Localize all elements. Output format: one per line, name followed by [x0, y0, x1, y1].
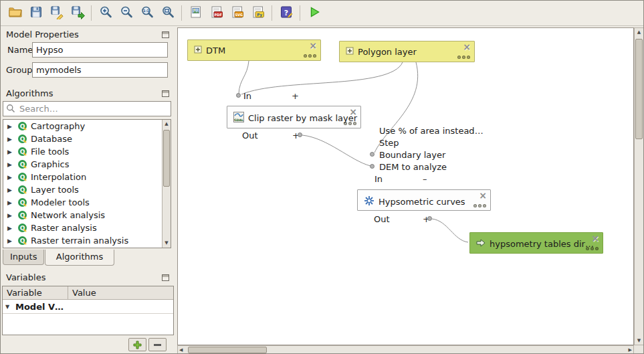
tree-scrollbar-thumb[interactable] — [163, 130, 170, 187]
socket-hypsometric-out[interactable] — [427, 216, 432, 221]
canvas-horizontal-scrollbar[interactable]: ◀ ▶ — [177, 345, 634, 354]
open-model-button[interactable] — [5, 3, 25, 23]
scroll-up-icon[interactable]: ▲ — [163, 120, 171, 128]
column-value[interactable]: Value — [68, 286, 96, 299]
socket-clip-out[interactable] — [298, 132, 302, 137]
run-icon — [307, 5, 322, 21]
provider-icon: Q — [17, 134, 27, 144]
socket-clip-in[interactable] — [236, 93, 241, 98]
algo-tree-item-database[interactable]: ▶QDatabase — [3, 132, 171, 145]
port-label-out: Out — [242, 130, 258, 141]
search-input[interactable] — [3, 101, 171, 116]
algo-tree-item-raster-analysis[interactable]: ▶QRaster analysis — [3, 222, 171, 234]
algo-tree-item-raster-terrain-analysis[interactable]: ▶QRaster terrain analysis — [3, 234, 171, 247]
export-pdf-button[interactable]: PDF — [206, 3, 227, 23]
horizontal-scrollbar-thumb[interactable] — [188, 347, 267, 353]
model-node-polygon-layer[interactable]: Polygon layer × — [339, 41, 475, 62]
model-node-clip-raster[interactable]: GDALClip raster by mask layer × — [227, 106, 361, 128]
float-panel-icon[interactable] — [162, 90, 169, 97]
delete-node-icon[interactable]: × — [309, 41, 317, 50]
save-model-in-project-button[interactable] — [67, 3, 88, 23]
socket-boundary-layer[interactable] — [370, 152, 374, 157]
zoom-actual-button[interactable]: 1:1 — [136, 3, 157, 23]
model-name-input[interactable] — [32, 42, 168, 58]
connector-wires — [178, 28, 634, 345]
scroll-right-icon[interactable]: ▶ — [629, 346, 632, 354]
delete-node-icon[interactable]: × — [591, 234, 599, 243]
folder-icon — [8, 5, 23, 21]
float-panel-icon[interactable] — [162, 274, 169, 281]
export-svg-button[interactable]: SVG — [227, 3, 247, 23]
expander-icon[interactable]: ▶ — [7, 136, 14, 143]
expand-in-ports-toggle[interactable]: + — [292, 91, 299, 101]
expander-icon[interactable]: ▶ — [7, 187, 14, 193]
canvas-vertical-scrollbar[interactable]: ▲ ▼ — [634, 27, 644, 345]
algo-tree-item-layer-tools[interactable]: ▶QLayer tools — [3, 183, 171, 196]
scroll-left-icon[interactable]: ◀ — [179, 346, 183, 354]
node-expand-dots[interactable] — [304, 54, 316, 58]
zoom-full-button[interactable] — [157, 3, 178, 23]
svg-text:Py: Py — [257, 13, 262, 17]
zoom-out-button[interactable] — [116, 3, 136, 23]
delete-node-icon[interactable]: × — [349, 107, 357, 116]
export-image-button[interactable] — [185, 3, 206, 23]
save-model-as-button[interactable] — [46, 3, 67, 23]
variables-group-row[interactable]: ▼ Model V… — [3, 300, 173, 314]
toolbar-separator — [181, 5, 182, 21]
edit-model-help-button[interactable]: ? — [276, 3, 296, 23]
algo-tree-item-file-tools[interactable]: ▶QFile tools — [3, 145, 171, 158]
scroll-down-icon[interactable]: ▼ — [635, 338, 643, 343]
remove-variable-button[interactable] — [148, 338, 167, 351]
expander-icon[interactable]: ▶ — [7, 123, 14, 130]
expander-icon[interactable]: ▶ — [7, 199, 14, 206]
model-node-dtm[interactable]: DTM × — [187, 39, 321, 61]
expander-icon[interactable]: ▶ — [7, 212, 14, 219]
model-group-input[interactable] — [32, 62, 168, 78]
node-expand-dots[interactable] — [586, 247, 599, 250]
model-node-hypsometric-curves[interactable]: Hypsometric curves × — [357, 189, 491, 211]
svg-text:?: ? — [284, 9, 288, 17]
algo-tree-item-modeler-tools[interactable]: ▶QModeler tools — [3, 196, 171, 209]
node-expand-dots[interactable] — [344, 122, 356, 125]
expander-icon[interactable]: ▶ — [7, 238, 14, 244]
node-label: Clip raster by mask layer — [248, 113, 357, 123]
algo-tree-label: Raster analysis — [31, 223, 97, 233]
zoom-in-button[interactable] — [95, 3, 116, 23]
expander-icon[interactable]: ▶ — [7, 149, 14, 155]
algo-tree-item-network-analysis[interactable]: ▶QNetwork analysis — [3, 209, 171, 222]
export-script-button[interactable]: Py — [247, 3, 268, 23]
tab-inputs[interactable]: Inputs — [3, 250, 44, 265]
algo-tree-label: Cartography — [31, 121, 85, 131]
algo-tree-item-graphics[interactable]: ▶QGraphics — [3, 158, 171, 171]
expander-icon[interactable]: ▼ — [5, 304, 12, 310]
tree-scrollbar[interactable]: ▲ ▼ — [162, 120, 171, 248]
zoom-in-icon — [98, 5, 113, 21]
collapse-in-ports-toggle[interactable]: – — [423, 174, 427, 184]
algorithm-search — [3, 101, 171, 116]
add-variable-button[interactable] — [128, 338, 146, 351]
node-expand-dots[interactable] — [457, 56, 470, 59]
node-expand-dots[interactable] — [473, 204, 486, 207]
save-model-button[interactable] — [25, 3, 46, 23]
run-model-button[interactable] — [304, 3, 324, 23]
expander-icon[interactable]: ▶ — [7, 161, 14, 168]
column-variable[interactable]: Variable — [3, 286, 68, 299]
scroll-down-icon[interactable]: ▼ — [163, 239, 171, 248]
expander-icon[interactable]: ▶ — [7, 225, 14, 232]
float-panel-icon[interactable] — [162, 31, 169, 38]
socket-dem-to-analyze[interactable] — [370, 164, 374, 169]
tab-algorithms[interactable]: Algorithms — [45, 250, 114, 266]
vertical-scrollbar-thumb[interactable] — [635, 39, 643, 139]
model-canvas[interactable]: DTM × Polygon layer × In + GDALClip rast… — [177, 27, 634, 345]
provider-icon: Q — [17, 147, 27, 157]
algo-tree-item-cartography[interactable]: ▶QCartography — [3, 120, 171, 132]
delete-node-icon[interactable]: × — [463, 42, 471, 52]
group-label: Group — [6, 62, 33, 78]
model-node-output-hypsometry-tables[interactable]: hypsometry tables dir… × — [469, 232, 603, 254]
scroll-up-icon[interactable]: ▲ — [635, 29, 643, 35]
expander-icon[interactable]: ▶ — [7, 174, 14, 181]
provider-icon: Q — [17, 210, 27, 220]
algo-tree-label: Graphics — [31, 159, 69, 169]
algo-tree-item-interpolation[interactable]: ▶QInterpolation — [3, 171, 171, 183]
delete-node-icon[interactable]: × — [479, 191, 487, 200]
